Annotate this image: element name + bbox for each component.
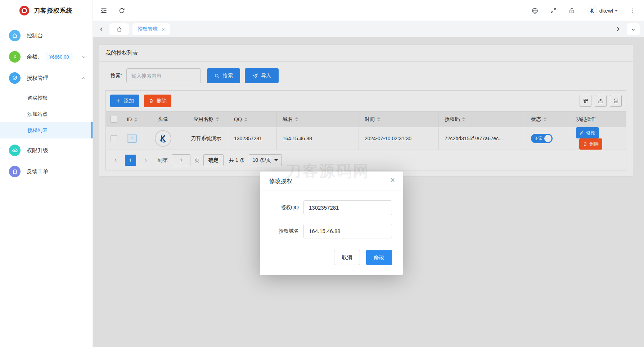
auth-list-panel: 我的授权列表 搜索: 搜索 导入 <box>99 44 633 177</box>
search-input[interactable] <box>126 68 201 83</box>
plus-icon <box>116 98 121 104</box>
sort-icon[interactable] <box>244 118 247 122</box>
sidebar-item-label: 控制台 <box>27 32 43 39</box>
refresh-icon[interactable] <box>118 7 125 14</box>
language-globe-icon[interactable] <box>531 7 539 14</box>
avatar <box>587 6 597 15</box>
column-header-id[interactable]: ID <box>122 111 142 127</box>
search-label: 搜索: <box>111 73 122 79</box>
confirm-edit-button[interactable]: 修改 <box>366 250 392 265</box>
sidebar-item-buy-auth[interactable]: 购买授权 <box>0 90 93 106</box>
modal-title: 修改授权 <box>269 178 292 184</box>
home-icon <box>9 30 21 41</box>
tab-scroll-left-icon[interactable] <box>97 26 106 32</box>
row-edit-button[interactable]: 修改 <box>576 127 599 138</box>
auth-domain-input[interactable] <box>303 224 392 238</box>
form-row-qq: 授权QQ <box>271 200 392 215</box>
lock-icon[interactable] <box>568 7 575 14</box>
select-all-checkbox[interactable] <box>111 116 117 123</box>
more-menu-icon[interactable] <box>630 8 636 14</box>
sidebar-item-auth-list[interactable]: 授权列表 <box>0 122 93 138</box>
sidebar-item-auth-management[interactable]: 授权管理 <box>0 69 93 87</box>
fullscreen-icon[interactable] <box>550 7 557 14</box>
pencil-icon <box>580 131 584 135</box>
table-toolbar: 添加 删除 <box>106 91 626 111</box>
sidebar-item-label: 授权管理 <box>27 75 48 82</box>
row-delete-button[interactable]: 删除 <box>579 138 602 150</box>
table-tools <box>580 95 622 107</box>
sort-icon[interactable] <box>216 117 219 121</box>
caret-down-icon <box>274 159 278 163</box>
sidebar: 刀客授权系统 控制台 余额: ¥6660.00 <box>0 0 93 347</box>
sidebar-item-upgrade[interactable]: 权限升级 <box>0 141 93 160</box>
tab-scroll-right-icon[interactable] <box>614 26 622 32</box>
tab-options-dropdown[interactable] <box>627 23 640 35</box>
logo-row: 刀客授权系统 <box>0 0 93 21</box>
page-number-active[interactable]: 1 <box>125 155 136 166</box>
column-header-status[interactable]: 状态 <box>525 111 570 127</box>
tabbar: 授权管理 × <box>93 21 644 37</box>
close-icon[interactable]: × <box>390 176 395 184</box>
sidebar-item-add-site[interactable]: 添加站点 <box>0 106 93 122</box>
sidebar-item-dashboard[interactable]: 控制台 <box>0 26 93 45</box>
auth-qq-label: 授权QQ <box>271 205 299 211</box>
content-area: 我的授权列表 搜索: 搜索 导入 <box>93 37 644 347</box>
import-button[interactable]: 导入 <box>245 68 279 83</box>
sidebar-item-feedback[interactable]: 反馈工单 <box>0 162 93 181</box>
shield-check-icon <box>9 72 21 84</box>
column-header-app-name[interactable]: 应用名称 <box>184 111 228 127</box>
user-menu[interactable]: dkewl <box>587 6 618 15</box>
chevron-down-icon <box>81 55 86 59</box>
column-header-auth-code[interactable]: 授权码 <box>439 111 525 127</box>
next-page-icon[interactable] <box>140 155 151 166</box>
cell-app-name: 刀客系统演示 <box>184 127 228 150</box>
search-button[interactable]: 搜索 <box>207 68 240 83</box>
column-header-time[interactable]: 时间 <box>359 111 439 127</box>
cell-domain: 164.15.46.88 <box>277 127 359 150</box>
balance-badge: ¥6660.00 <box>46 53 72 61</box>
tab-label: 授权管理 <box>138 26 158 32</box>
send-icon <box>252 73 258 79</box>
sort-icon[interactable] <box>462 117 465 121</box>
cancel-button[interactable]: 取消 <box>334 250 360 265</box>
columns-filter-button[interactable] <box>580 95 591 107</box>
row-checkbox[interactable] <box>111 135 117 142</box>
close-icon[interactable]: × <box>162 27 165 32</box>
form-row-domain: 授权域名 <box>271 224 392 238</box>
column-header-domain[interactable]: 域名 <box>277 111 359 127</box>
sidebar-item-balance[interactable]: 余额: ¥6660.00 <box>0 47 93 66</box>
row-id-badge: 1 <box>127 134 137 143</box>
cell-auth-code: 72c2bd3155f7e77a67ec... <box>439 127 525 150</box>
auth-domain-label: 授权域名 <box>271 228 299 234</box>
sort-icon[interactable] <box>134 118 137 122</box>
panel-title: 我的授权列表 <box>99 45 633 62</box>
tab-home[interactable] <box>109 23 129 35</box>
table-box: 添加 删除 <box>105 90 626 170</box>
status-toggle[interactable]: 正常 <box>531 134 553 143</box>
tabbar-right <box>614 23 640 35</box>
sort-icon[interactable] <box>544 117 546 121</box>
tab-auth-management[interactable]: 授权管理 × <box>132 23 170 35</box>
export-button[interactable] <box>595 95 607 107</box>
table-row: 1 刀客系统演示 1302357281 164.15.46.88 2024-07… <box>106 127 626 150</box>
auth-qq-input[interactable] <box>303 200 392 215</box>
sort-icon[interactable] <box>295 117 298 121</box>
delete-button[interactable]: 删除 <box>144 95 171 107</box>
sort-icon[interactable] <box>377 117 380 121</box>
column-header-operations: 功能操作 <box>570 111 626 127</box>
modal-header: 修改授权 × <box>260 172 403 191</box>
cell-time: 2024-07-10 02:31:30 <box>359 127 439 150</box>
column-header-qq[interactable]: QQ <box>228 111 277 127</box>
prev-page-icon[interactable] <box>110 155 121 166</box>
goto-page-input[interactable] <box>172 154 190 166</box>
app-title: 刀客授权系统 <box>34 6 73 15</box>
sidebar-collapse-icon[interactable] <box>100 7 108 14</box>
pagination: 1 到第 页 确定 共 1 条 10 条/页 <box>106 150 626 170</box>
print-button[interactable] <box>610 95 622 107</box>
column-header-avatar: 头像 <box>142 111 184 127</box>
per-page-select[interactable]: 10 条/页 <box>249 154 282 166</box>
goto-confirm-button[interactable]: 确定 <box>203 154 224 166</box>
cloud-up-icon <box>9 145 21 156</box>
app-window: 刀客授权系统 控制台 余额: ¥6660.00 <box>0 0 644 347</box>
add-button[interactable]: 添加 <box>110 95 139 107</box>
